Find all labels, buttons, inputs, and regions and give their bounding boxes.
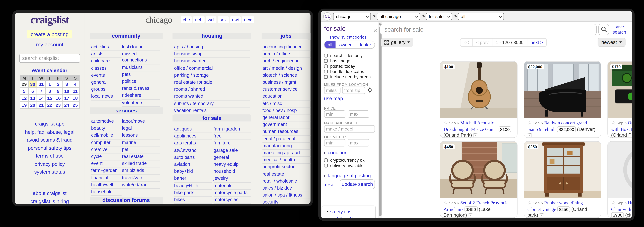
category-link[interactable]: musicians (122, 64, 160, 71)
category-link[interactable]: materials (214, 183, 251, 190)
category-link[interactable]: lessons (122, 132, 160, 140)
calendar-day-cell[interactable]: 31 (37, 81, 45, 87)
sidebar-link[interactable]: craigslist is hiring (15, 198, 84, 204)
filter-bundle-duplicates[interactable]: bundle duplicates (324, 69, 364, 74)
checkbox[interactable] (324, 64, 328, 68)
create-posting-label[interactable]: create a posting (27, 30, 72, 38)
calendar-day-cell[interactable]: 30 (29, 81, 37, 87)
area-button[interactable]: chc (181, 16, 192, 23)
filter-search-titles-only[interactable]: search titles only (324, 53, 363, 58)
collapse-sidebar-icon[interactable]: « (373, 26, 377, 34)
filter-posted-today[interactable]: posted today (324, 64, 355, 69)
sidebar-scrollbar[interactable] (378, 22, 382, 218)
area-button[interactable]: nwi (230, 16, 241, 23)
category-link[interactable]: general (91, 79, 122, 86)
use-map-link[interactable]: use map... (324, 96, 347, 101)
listing-image-two-armchairs[interactable]: $450 (440, 142, 517, 198)
listing-card[interactable]: $100 ☆Sep 6Mitchell Acoustic Dreadnought… (440, 61, 518, 138)
crosshair-location-icon[interactable] (367, 87, 372, 93)
condition-expander[interactable]: condition (324, 150, 348, 155)
category-link[interactable]: arch / engineering (262, 58, 310, 65)
category-link[interactable]: housing swap (174, 51, 250, 58)
category-link[interactable]: rants & raves (122, 85, 160, 92)
category-link[interactable]: food / bev / hosp (262, 107, 310, 115)
language-label[interactable]: language of posting (328, 173, 371, 179)
search-for-sale-input[interactable] (380, 24, 597, 35)
hide-trash-icon[interactable] (468, 213, 473, 218)
category-link[interactable]: legal / paralegal (262, 136, 310, 143)
category-link[interactable]: artists (91, 51, 122, 58)
category-link[interactable]: music instr (214, 204, 251, 204)
category-link[interactable]: farm+garden (91, 168, 122, 175)
filter-delivery-available[interactable]: delivery available (324, 163, 364, 168)
category-link[interactable]: cycle (91, 153, 122, 161)
category-link[interactable]: boat parts (174, 204, 212, 204)
category-link[interactable]: cell/mobile (91, 132, 122, 140)
listing-image-wood-cabinet[interactable]: $250 (524, 142, 601, 198)
category-link[interactable]: pet (122, 146, 160, 154)
language-expander[interactable]: language of posting (324, 173, 371, 179)
search-craigslist-input[interactable] (19, 54, 80, 63)
category-link[interactable]: groups (91, 86, 122, 93)
category-link[interactable]: volunteers (122, 100, 160, 107)
category-link[interactable]: real estate (122, 153, 160, 161)
category-link[interactable]: furniture (214, 140, 251, 147)
calendar-day-cell[interactable]: 14 (37, 95, 45, 101)
checkbox[interactable] (324, 158, 328, 162)
calendar-day-cell[interactable]: 11 (71, 88, 79, 94)
category-link[interactable]: accounting+finance (262, 44, 310, 51)
calendar-day-cell[interactable]: 21 (37, 102, 45, 108)
scrollbar-thumb[interactable] (378, 27, 382, 216)
for-sale-header[interactable]: for sale (172, 115, 252, 121)
calendar-day-cell[interactable]: 20 (29, 102, 37, 108)
safety-tips-link[interactable]: safety tips (330, 209, 352, 214)
community-title-link[interactable]: community (112, 33, 140, 39)
category-link[interactable]: security (262, 199, 310, 204)
cl-logo[interactable]: CL (323, 12, 332, 20)
sidebar-link[interactable]: help, faq, abuse, legal (15, 128, 84, 136)
sidebar-link[interactable]: about craigslist (15, 190, 84, 198)
category-link[interactable]: travel/vac (122, 175, 160, 182)
my-account-link[interactable]: my account (15, 41, 84, 47)
calendar-day-cell[interactable]: 19 (20, 102, 28, 108)
calendar-day-cell[interactable]: 8 (46, 88, 54, 94)
price-min-input[interactable] (324, 110, 346, 118)
category-link[interactable]: nonprofit sector (262, 164, 310, 171)
calendar-day-cell[interactable]: 16 (54, 95, 62, 101)
category-link[interactable]: rooms / shared (174, 86, 250, 93)
category-link[interactable]: retail / wholesale (262, 178, 310, 185)
category-link[interactable]: medical / health (262, 157, 310, 164)
condition-label[interactable]: condition (328, 150, 348, 155)
services-header[interactable]: services (90, 107, 163, 114)
hide-trash-icon[interactable] (539, 213, 544, 218)
category-link[interactable]: automotive (91, 118, 122, 125)
calendar-day-cell[interactable]: 7 (37, 88, 45, 94)
jobs-header[interactable]: jobs (262, 33, 310, 39)
sidebar-link[interactable]: craigslist app (15, 120, 84, 128)
filter-include-nearby[interactable]: include nearby areas (324, 74, 371, 79)
category-link[interactable]: baby+kid (174, 168, 212, 176)
make-model-input[interactable] (324, 125, 375, 133)
category-link[interactable]: lost+found (122, 44, 160, 51)
calendar-day-cell[interactable]: 25 (71, 102, 79, 108)
first-page-button[interactable]: << (460, 38, 472, 46)
category-link[interactable]: office / commercial (174, 65, 250, 72)
category-link[interactable]: household (91, 189, 122, 196)
community-header[interactable]: community (90, 33, 163, 39)
category-link[interactable]: computer (91, 139, 122, 146)
category-link[interactable]: admin / office (262, 51, 310, 58)
calendar-day-cell[interactable]: 13 (29, 95, 37, 101)
update-search-button[interactable]: update search (340, 179, 375, 189)
category-link[interactable]: jewelry (214, 175, 251, 183)
area-select[interactable]: all chicago (377, 13, 420, 20)
category-link[interactable]: write/ed/tran (122, 182, 160, 189)
favorite-star-icon[interactable]: ☆ (611, 200, 616, 206)
checkbox[interactable] (324, 59, 328, 63)
odometer-min-input[interactable] (324, 139, 346, 146)
category-link[interactable]: marketing / pr / ad (262, 150, 310, 157)
category-link[interactable]: activities (91, 44, 122, 51)
calendar-day-cell[interactable]: 9 (54, 88, 62, 94)
category-link[interactable]: education (262, 93, 310, 100)
category-link[interactable]: human resources (262, 129, 310, 136)
category-link[interactable]: creative (91, 146, 122, 154)
